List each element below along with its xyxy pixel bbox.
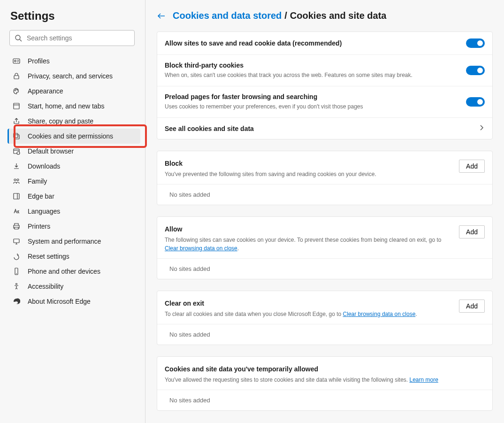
nav-label: Appearance [28,87,63,95]
breadcrumb-current: Cookies and site data [290,10,387,21]
preload-toggle[interactable] [466,97,485,107]
nav-about[interactable]: About Microsoft Edge [8,294,140,309]
nav-label: Downloads [28,162,60,170]
nav-label: About Microsoft Edge [28,298,91,305]
printer-icon [12,222,21,231]
clear-add-button[interactable]: Add [459,300,485,313]
allow-cookies-toggle[interactable] [466,38,485,48]
temp-desc: You've allowed the requesting sites to s… [165,376,485,384]
nav-downloads[interactable]: Downloads [8,159,140,174]
svg-rect-8 [14,103,19,109]
allow-title: Allow [165,225,453,233]
browser-icon [12,146,21,156]
main-content: Cookies and data stored / Cookies and si… [145,0,504,423]
svg-point-3 [15,60,16,62]
settings-nav: Profiles Privacy, search, and services A… [0,52,145,309]
clear-on-exit-card: Clear on exit To clear all cookies and s… [157,291,493,345]
back-button[interactable] [157,11,166,21]
nav-label: Cookies and site permissions [28,132,113,140]
nav-label: Accessibility [28,283,63,290]
language-icon [12,207,21,216]
nav-languages[interactable]: Languages [8,204,140,219]
nav-label: Default browser [28,147,74,155]
allow-cookies-title: Allow sites to save and read cookie data… [165,39,466,47]
preload-desc: Uses cookies to remember your preference… [165,102,466,111]
svg-rect-11 [15,135,19,139]
settings-sidebar: Settings Profiles Privacy, search, and s… [0,0,145,423]
nav-label: Family [28,177,47,185]
cookies-icon [12,131,21,141]
palette-icon [12,86,21,96]
allow-empty-message: No sites added [157,259,492,279]
nav-start[interactable]: Start, home, and new tabs [8,99,140,114]
learn-more-link[interactable]: Learn more [409,377,438,383]
clear-data-link[interactable]: Clear browsing data on close [343,311,416,317]
nav-default-browser[interactable]: Default browser [8,144,140,159]
nav-label: Printers [28,223,50,230]
svg-point-15 [14,179,16,181]
cookie-settings-card: Allow sites to save and read cookie data… [157,31,493,139]
phone-icon [12,267,21,276]
nav-family[interactable]: Family [8,174,140,189]
block-thirdparty-row: Block third-party cookies When on, sites… [157,55,492,86]
clear-empty-message: No sites added [157,324,492,345]
svg-point-7 [17,90,17,90]
window-icon [12,101,21,111]
preload-row: Preload pages for faster browsing and se… [157,86,492,118]
nav-profiles[interactable]: Profiles [8,54,140,69]
svg-rect-10 [14,133,18,138]
preload-title: Preload pages for faster browsing and se… [165,93,466,100]
nav-system[interactable]: System and performance [8,234,140,249]
search-settings-input[interactable] [27,34,130,42]
block-thirdparty-toggle[interactable] [466,66,485,75]
breadcrumb: Cookies and data stored / Cookies and si… [157,10,493,21]
nav-privacy[interactable]: Privacy, search, and services [8,69,140,84]
nav-cookies[interactable]: Cookies and site permissions [8,129,140,144]
allow-cookies-row: Allow sites to save and read cookie data… [157,32,492,55]
system-icon [12,237,21,246]
svg-line-1 [20,39,22,41]
nav-accessibility[interactable]: Accessibility [8,279,140,294]
svg-point-14 [17,152,20,154]
breadcrumb-separator: / [284,10,287,21]
nav-label: Edge bar [28,192,54,200]
block-empty-message: No sites added [157,185,492,205]
nav-printers[interactable]: Printers [8,219,140,234]
clear-data-link[interactable]: Clear browsing data on close [165,245,237,252]
see-all-cookies-row[interactable]: See all cookies and site data [157,118,492,139]
block-add-button[interactable]: Add [459,160,485,173]
sidebar-icon [12,192,21,201]
breadcrumb-parent-link[interactable]: Cookies and data stored [173,10,282,21]
nav-label: Phone and other devices [28,268,100,275]
allow-desc: The following sites can save cookies on … [165,236,453,253]
see-all-cookies-label: See all cookies and site data [165,125,473,132]
allow-add-button[interactable]: Add [459,225,485,238]
svg-point-6 [15,89,16,90]
clear-title: Clear on exit [165,300,453,307]
clear-desc: To clear all cookies and site data when … [165,310,453,318]
accessibility-icon [12,282,21,291]
nav-phone[interactable]: Phone and other devices [8,264,140,279]
chevron-right-icon [478,124,485,132]
block-sites-card: Block You've prevented the following sit… [157,151,493,205]
block-thirdparty-desc: When on, sites can't use cookies that tr… [165,71,466,79]
download-icon [12,162,21,171]
temp-empty-message: No sites added [157,390,492,410]
svg-rect-17 [14,193,19,199]
temp-title: Cookies and site data you've temporarily… [165,365,485,373]
nav-label: Reset settings [28,253,69,260]
nav-label: Privacy, search, and services [28,72,113,80]
nav-share[interactable]: Share, copy and paste [8,114,140,129]
nav-appearance[interactable]: Appearance [8,84,140,99]
nav-label: Languages [28,208,60,215]
nav-edge-bar[interactable]: Edge bar [8,189,140,204]
nav-label: System and performance [28,238,101,245]
family-icon [12,177,21,186]
nav-reset[interactable]: Reset settings [8,249,140,264]
temp-allowed-card: Cookies and site data you've temporarily… [157,356,493,411]
profile-icon [12,56,21,66]
svg-point-16 [17,179,19,181]
settings-title: Settings [0,9,145,30]
search-icon [15,34,22,42]
search-settings-box[interactable] [9,30,135,46]
